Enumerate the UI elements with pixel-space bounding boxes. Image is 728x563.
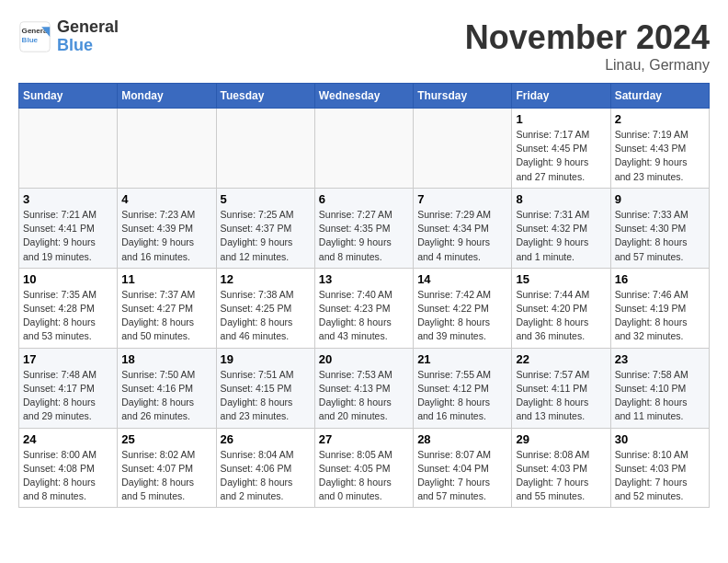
logo-icon: General Blue	[18, 20, 51, 53]
day-number: 7	[417, 192, 507, 206]
day-info: Sunrise: 8:02 AM Sunset: 4:07 PM Dayligh…	[121, 448, 211, 504]
day-number: 25	[121, 432, 211, 446]
calendar-cell: 23Sunrise: 7:58 AM Sunset: 4:10 PM Dayli…	[610, 348, 709, 428]
day-info: Sunrise: 7:31 AM Sunset: 4:32 PM Dayligh…	[516, 208, 606, 264]
calendar-table: SundayMondayTuesdayWednesdayThursdayFrid…	[18, 83, 710, 508]
day-info: Sunrise: 7:21 AM Sunset: 4:41 PM Dayligh…	[23, 208, 113, 264]
title-block: November 2024 Linau, Germany	[465, 18, 710, 74]
day-number: 6	[319, 192, 409, 206]
weekday-header-saturday: Saturday	[610, 84, 709, 109]
calendar-cell: 9Sunrise: 7:33 AM Sunset: 4:30 PM Daylig…	[610, 188, 709, 268]
calendar-cell	[414, 109, 512, 189]
calendar-cell	[216, 109, 314, 189]
day-number: 4	[121, 192, 211, 206]
calendar-cell: 13Sunrise: 7:40 AM Sunset: 4:23 PM Dayli…	[314, 268, 413, 348]
calendar-week-3: 10Sunrise: 7:35 AM Sunset: 4:28 PM Dayli…	[19, 268, 710, 348]
calendar-cell: 26Sunrise: 8:04 AM Sunset: 4:06 PM Dayli…	[216, 428, 314, 508]
calendar-cell: 29Sunrise: 8:08 AM Sunset: 4:03 PM Dayli…	[512, 428, 610, 508]
day-info: Sunrise: 7:48 AM Sunset: 4:17 PM Dayligh…	[23, 368, 113, 424]
day-number: 15	[516, 272, 606, 286]
day-info: Sunrise: 7:25 AM Sunset: 4:37 PM Dayligh…	[221, 208, 311, 264]
day-info: Sunrise: 7:23 AM Sunset: 4:39 PM Dayligh…	[121, 208, 211, 264]
calendar-cell: 5Sunrise: 7:25 AM Sunset: 4:37 PM Daylig…	[216, 188, 314, 268]
day-info: Sunrise: 7:50 AM Sunset: 4:16 PM Dayligh…	[121, 368, 211, 424]
calendar-header-row: SundayMondayTuesdayWednesdayThursdayFrid…	[19, 84, 710, 109]
day-info: Sunrise: 7:53 AM Sunset: 4:13 PM Dayligh…	[319, 368, 409, 424]
calendar-cell: 28Sunrise: 8:07 AM Sunset: 4:04 PM Dayli…	[414, 428, 512, 508]
day-number: 3	[23, 192, 113, 206]
calendar-cell: 20Sunrise: 7:53 AM Sunset: 4:13 PM Dayli…	[314, 348, 413, 428]
day-number: 28	[417, 432, 507, 446]
day-number: 16	[615, 272, 705, 286]
day-number: 19	[221, 352, 311, 366]
day-info: Sunrise: 7:58 AM Sunset: 4:10 PM Dayligh…	[615, 368, 705, 424]
calendar-week-2: 3Sunrise: 7:21 AM Sunset: 4:41 PM Daylig…	[19, 188, 710, 268]
day-number: 5	[221, 192, 311, 206]
calendar-cell: 22Sunrise: 7:57 AM Sunset: 4:11 PM Dayli…	[512, 348, 610, 428]
weekday-header-thursday: Thursday	[414, 84, 512, 109]
calendar-cell: 16Sunrise: 7:46 AM Sunset: 4:19 PM Dayli…	[610, 268, 709, 348]
calendar-cell: 7Sunrise: 7:29 AM Sunset: 4:34 PM Daylig…	[414, 188, 512, 268]
calendar-cell: 19Sunrise: 7:51 AM Sunset: 4:15 PM Dayli…	[216, 348, 314, 428]
day-number: 30	[615, 432, 705, 446]
day-info: Sunrise: 7:51 AM Sunset: 4:15 PM Dayligh…	[221, 368, 311, 424]
day-info: Sunrise: 7:29 AM Sunset: 4:34 PM Dayligh…	[417, 208, 507, 264]
page-header: General Blue General Blue November 2024 …	[18, 18, 710, 74]
calendar-cell: 30Sunrise: 8:10 AM Sunset: 4:03 PM Dayli…	[610, 428, 709, 508]
calendar-cell: 11Sunrise: 7:37 AM Sunset: 4:27 PM Dayli…	[118, 268, 216, 348]
day-number: 21	[417, 352, 507, 366]
day-info: Sunrise: 7:44 AM Sunset: 4:20 PM Dayligh…	[516, 288, 606, 344]
weekday-header-wednesday: Wednesday	[314, 84, 413, 109]
weekday-header-monday: Monday	[118, 84, 216, 109]
calendar-cell: 18Sunrise: 7:50 AM Sunset: 4:16 PM Dayli…	[118, 348, 216, 428]
day-info: Sunrise: 8:00 AM Sunset: 4:08 PM Dayligh…	[23, 448, 113, 504]
location: Linau, Germany	[465, 57, 710, 74]
day-number: 12	[221, 272, 311, 286]
calendar-cell: 8Sunrise: 7:31 AM Sunset: 4:32 PM Daylig…	[512, 188, 610, 268]
day-info: Sunrise: 8:10 AM Sunset: 4:03 PM Dayligh…	[615, 448, 705, 504]
calendar-cell: 17Sunrise: 7:48 AM Sunset: 4:17 PM Dayli…	[19, 348, 118, 428]
calendar-body: 1Sunrise: 7:17 AM Sunset: 4:45 PM Daylig…	[19, 109, 710, 508]
calendar-cell: 15Sunrise: 7:44 AM Sunset: 4:20 PM Dayli…	[512, 268, 610, 348]
day-number: 10	[23, 272, 113, 286]
calendar-cell: 6Sunrise: 7:27 AM Sunset: 4:35 PM Daylig…	[314, 188, 413, 268]
day-number: 18	[121, 352, 211, 366]
day-info: Sunrise: 8:08 AM Sunset: 4:03 PM Dayligh…	[516, 448, 606, 504]
month-title: November 2024	[465, 18, 710, 57]
day-info: Sunrise: 7:27 AM Sunset: 4:35 PM Dayligh…	[319, 208, 409, 264]
day-number: 23	[615, 352, 705, 366]
day-info: Sunrise: 7:40 AM Sunset: 4:23 PM Dayligh…	[319, 288, 409, 344]
svg-text:Blue: Blue	[22, 36, 39, 44]
day-number: 1	[516, 112, 606, 126]
calendar-cell: 12Sunrise: 7:38 AM Sunset: 4:25 PM Dayli…	[216, 268, 314, 348]
day-info: Sunrise: 8:04 AM Sunset: 4:06 PM Dayligh…	[221, 448, 311, 504]
day-number: 11	[121, 272, 211, 286]
calendar-cell: 24Sunrise: 8:00 AM Sunset: 4:08 PM Dayli…	[19, 428, 118, 508]
day-info: Sunrise: 8:07 AM Sunset: 4:04 PM Dayligh…	[417, 448, 507, 504]
day-number: 17	[23, 352, 113, 366]
calendar-cell: 10Sunrise: 7:35 AM Sunset: 4:28 PM Dayli…	[19, 268, 118, 348]
calendar-cell	[118, 109, 216, 189]
day-number: 8	[516, 192, 606, 206]
weekday-header-sunday: Sunday	[19, 84, 118, 109]
day-info: Sunrise: 7:46 AM Sunset: 4:19 PM Dayligh…	[615, 288, 705, 344]
calendar-cell: 14Sunrise: 7:42 AM Sunset: 4:22 PM Dayli…	[414, 268, 512, 348]
calendar-cell: 1Sunrise: 7:17 AM Sunset: 4:45 PM Daylig…	[512, 109, 610, 189]
calendar-cell: 4Sunrise: 7:23 AM Sunset: 4:39 PM Daylig…	[118, 188, 216, 268]
day-number: 13	[319, 272, 409, 286]
day-number: 9	[615, 192, 705, 206]
day-number: 2	[615, 112, 705, 126]
calendar-week-1: 1Sunrise: 7:17 AM Sunset: 4:45 PM Daylig…	[19, 109, 710, 189]
day-info: Sunrise: 7:38 AM Sunset: 4:25 PM Dayligh…	[221, 288, 311, 344]
calendar-cell: 27Sunrise: 8:05 AM Sunset: 4:05 PM Dayli…	[314, 428, 413, 508]
day-number: 24	[23, 432, 113, 446]
weekday-header-tuesday: Tuesday	[216, 84, 314, 109]
day-info: Sunrise: 8:05 AM Sunset: 4:05 PM Dayligh…	[319, 448, 409, 504]
day-info: Sunrise: 7:42 AM Sunset: 4:22 PM Dayligh…	[417, 288, 507, 344]
day-number: 26	[221, 432, 311, 446]
day-info: Sunrise: 7:17 AM Sunset: 4:45 PM Dayligh…	[516, 128, 606, 184]
day-number: 27	[319, 432, 409, 446]
day-info: Sunrise: 7:57 AM Sunset: 4:11 PM Dayligh…	[516, 368, 606, 424]
calendar-week-5: 24Sunrise: 8:00 AM Sunset: 4:08 PM Dayli…	[19, 428, 710, 508]
day-info: Sunrise: 7:55 AM Sunset: 4:12 PM Dayligh…	[417, 368, 507, 424]
